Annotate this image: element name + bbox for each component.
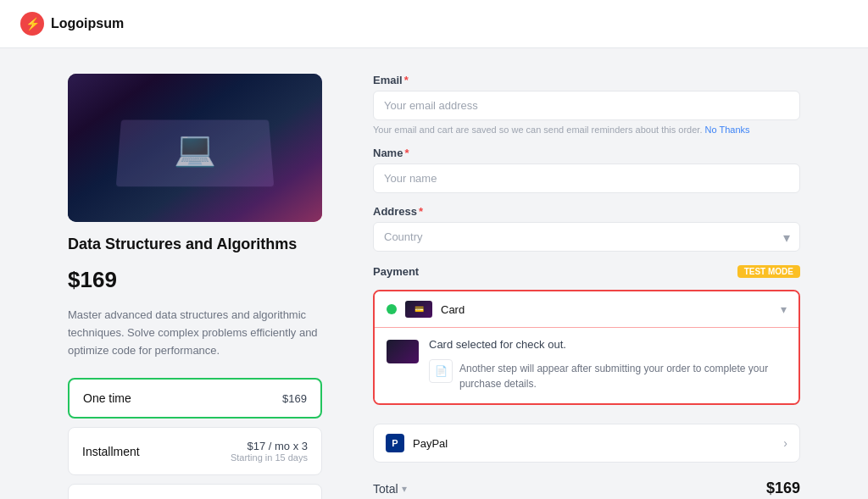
card-payment-box: 💳 Card ▾ Card selected for check out. 📄 … [373, 290, 800, 405]
payment-label: Payment [373, 265, 419, 278]
name-required: * [404, 147, 409, 159]
paypal-option[interactable]: P PayPal › [373, 424, 800, 463]
no-thanks-link[interactable]: No Thanks [705, 125, 750, 135]
card-chevron-icon: ▾ [781, 302, 787, 316]
test-mode-badge: Test Mode [737, 265, 800, 278]
total-amount: $169 [766, 480, 800, 497]
paypal-label: PayPal [413, 437, 775, 450]
paypal-chevron-icon: › [783, 436, 787, 450]
country-select[interactable]: Country United States United Kingdom Can… [373, 222, 800, 252]
card-step-info: 📄 Another step will appear after submitt… [429, 359, 787, 391]
name-group: Name* [373, 147, 800, 193]
total-chevron-icon: ▾ [402, 483, 407, 495]
step-icon: 📄 [429, 359, 453, 383]
installment-price: $17 / mo x 3 Starting in 15 days [231, 440, 308, 463]
total-label[interactable]: Total ▾ [373, 482, 407, 496]
address-required: * [419, 205, 423, 218]
payment-section-header: Payment Test Mode [373, 265, 800, 278]
logo-icon: ⚡ [20, 12, 44, 36]
one-time-price: $169 [282, 392, 307, 405]
card-label: Card [441, 303, 772, 316]
name-input[interactable] [373, 164, 800, 193]
card-expanded-info: Card selected for check out. 📄 Another s… [429, 338, 787, 391]
pricing-option-installment[interactable]: Installment $17 / mo x 3 Starting in 15 … [68, 427, 322, 475]
email-group: Email* Your email and cart are saved so … [373, 74, 800, 135]
email-hint: Your email and cart are saved so we can … [373, 125, 800, 135]
country-select-wrapper: Country United States United Kingdom Can… [373, 222, 800, 252]
pricing-options: One time $169 Installment $17 / mo x 3 S… [68, 378, 322, 499]
total-row: Total ▾ $169 [373, 474, 800, 499]
product-description: Master advanced data structures and algo… [68, 307, 322, 359]
right-panel: Email* Your email and cart are saved so … [373, 74, 800, 499]
product-title: Data Structures and Algorithms [68, 236, 322, 253]
card-selected-text: Card selected for check out. [429, 338, 787, 351]
pricing-option-one-time[interactable]: One time $169 [68, 378, 322, 419]
logo: ⚡ Logoipsum [20, 12, 124, 36]
product-image [68, 74, 322, 222]
address-group: Address* Country United States United Ki… [373, 205, 800, 252]
email-required: * [404, 74, 409, 86]
card-option-header[interactable]: 💳 Card ▾ [375, 291, 798, 327]
email-label: Email* [373, 74, 800, 86]
one-time-label: One time [83, 391, 131, 405]
left-panel: Data Structures and Algorithms $169 Mast… [68, 74, 322, 499]
name-label: Name* [373, 147, 800, 159]
header: ⚡ Logoipsum [0, 0, 868, 48]
card-icon-large [387, 340, 419, 363]
logo-text: Logoipsum [51, 16, 124, 31]
document-icon: 📄 [435, 365, 448, 377]
card-expanded-content: Card selected for check out. 📄 Another s… [375, 327, 798, 403]
card-step-text: Another step will appear after submittin… [459, 359, 787, 391]
installment-label: Installment [82, 445, 140, 458]
card-selected-dot [387, 304, 397, 314]
paypal-icon: P [386, 434, 404, 452]
card-icon: 💳 [405, 301, 432, 318]
product-price: $169 [68, 267, 322, 293]
address-label: Address* [373, 205, 800, 218]
lightning-icon: ⚡ [25, 17, 40, 30]
pricing-option-subscription[interactable]: Subscription $9 / mo Starting in 15 days… [68, 484, 322, 499]
email-input[interactable] [373, 91, 800, 120]
